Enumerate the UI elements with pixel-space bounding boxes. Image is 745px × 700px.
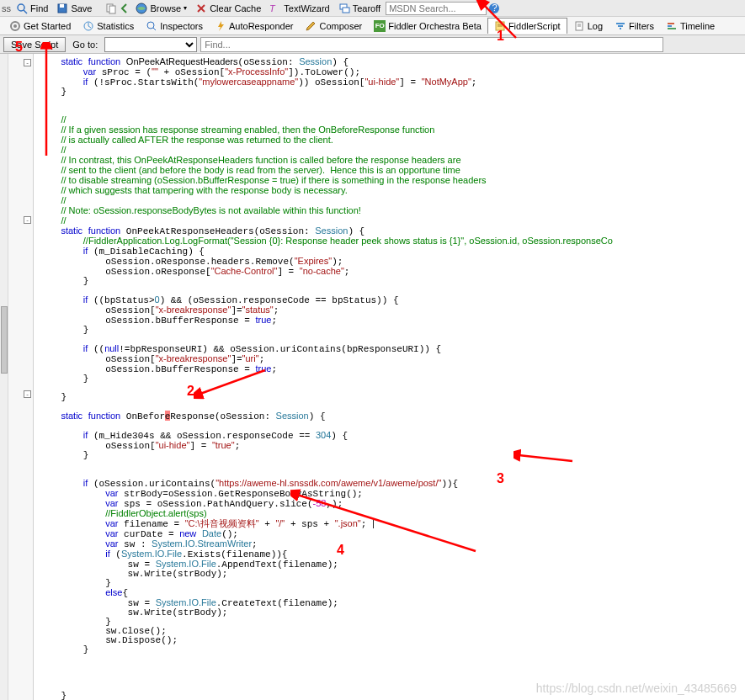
scroll-thumb[interactable]: [1, 306, 8, 374]
save-top-button[interactable]: Save: [53, 2, 95, 15]
tearoff-icon: [338, 3, 350, 14]
svg-line-1: [24, 10, 27, 13]
tearoff-button[interactable]: Tearoff: [335, 2, 384, 15]
msdn-search-input[interactable]: [386, 2, 487, 15]
clear-cache-icon: [195, 3, 207, 14]
pencil-icon: [305, 20, 317, 32]
svg-point-19: [147, 22, 154, 29]
svg-text:T: T: [269, 3, 276, 13]
dropdown-icon: ▾: [184, 4, 187, 12]
find-input[interactable]: [200, 37, 663, 52]
svg-line-36: [519, 455, 572, 461]
svg-rect-30: [668, 23, 674, 24]
tab-get-started[interactable]: Get Started: [3, 19, 77, 34]
gear-icon: [9, 20, 21, 32]
fold-marker[interactable]: -: [24, 216, 31, 224]
annotation-5: 5: [15, 40, 23, 55]
save-icon: [56, 3, 68, 14]
lightning-icon: [215, 20, 226, 32]
browse-button[interactable]: Browse ▾: [132, 2, 190, 15]
annotation-3: 3: [497, 471, 504, 486]
svg-rect-28: [618, 25, 623, 27]
search-icon: [146, 20, 157, 32]
svg-rect-11: [343, 8, 349, 13]
svg-rect-5: [109, 6, 115, 13]
svg-rect-27: [616, 23, 625, 24]
svg-line-35: [200, 370, 265, 394]
filter-icon: [615, 20, 626, 32]
fold-marker[interactable]: -: [24, 59, 31, 66]
svg-rect-29: [620, 28, 621, 29]
goto-label: Go to:: [69, 40, 101, 50]
ss-partial: ss: [2, 3, 11, 13]
code-editor[interactable]: static function OnPeekAtRequestHeaders(o…: [34, 54, 745, 700]
find-button[interactable]: Find: [13, 2, 51, 15]
annotation-2: 2: [187, 384, 194, 399]
tab-fiddler-orchestra[interactable]: FOFiddler Orchestra Beta: [368, 19, 487, 34]
svg-line-20: [153, 28, 156, 30]
svg-rect-3: [60, 4, 64, 8]
back-icon[interactable]: [119, 3, 130, 14]
svg-rect-32: [668, 28, 676, 29]
tab-autoresponder[interactable]: AutoResponder: [209, 19, 299, 34]
svg-rect-31: [668, 25, 672, 27]
stats-icon: [82, 20, 94, 32]
annotation-4: 4: [337, 543, 344, 558]
svg-point-0: [18, 4, 24, 11]
tab-log[interactable]: Log: [567, 19, 609, 34]
find-icon: [16, 3, 28, 14]
tab-inspectors[interactable]: Inspectors: [140, 19, 209, 34]
clear-cache-button[interactable]: Clear Cache: [192, 2, 264, 15]
svg-line-37: [297, 495, 476, 551]
scroll-track[interactable]: [0, 54, 8, 700]
textwizard-icon: T: [269, 3, 281, 14]
timeline-icon: [666, 20, 678, 32]
copy-icon[interactable]: [105, 3, 117, 14]
fold-marker[interactable]: -: [24, 390, 31, 398]
annotation-1: 1: [497, 29, 504, 44]
tab-composer[interactable]: Composer: [299, 19, 368, 34]
code-gutter: - - -: [0, 54, 34, 700]
fo-icon: FO: [374, 20, 386, 32]
textwizard-button[interactable]: TTextWizard: [266, 2, 333, 15]
tab-filters[interactable]: Filters: [609, 19, 660, 34]
svg-line-18: [88, 26, 91, 28]
goto-dropdown[interactable]: [104, 37, 197, 52]
tab-statistics[interactable]: Statistics: [77, 19, 140, 34]
globe-icon: [136, 3, 147, 14]
tab-timeline[interactable]: Timeline: [660, 19, 721, 34]
svg-point-15: [13, 24, 17, 28]
log-icon: [573, 20, 585, 32]
watermark: https://blog.csdn.net/weixin_43485669: [536, 681, 737, 695]
